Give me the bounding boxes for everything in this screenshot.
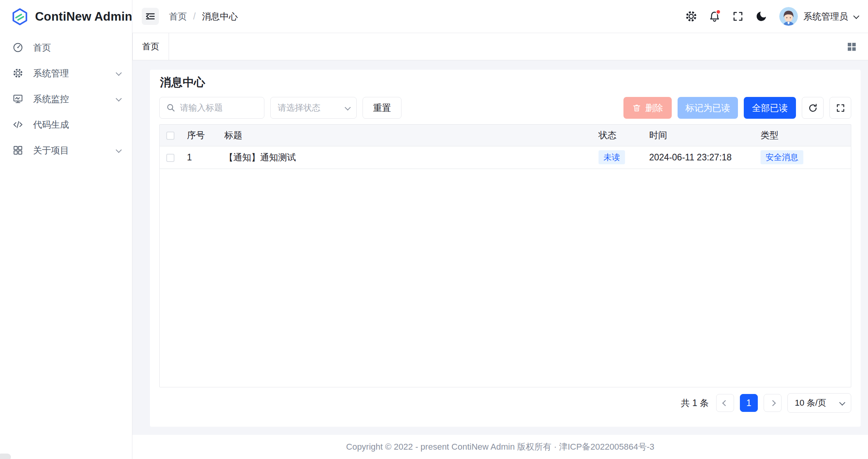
notifications-button[interactable]	[706, 8, 723, 25]
sidebar-collapse-button[interactable]	[142, 8, 159, 25]
page-size-value: 10 条/页	[795, 397, 826, 409]
select-all-checkbox[interactable]	[166, 132, 174, 140]
sidebar-item-system-management[interactable]: 系统管理	[0, 60, 132, 86]
search-icon	[166, 103, 176, 113]
gear-icon	[685, 10, 697, 23]
all-read-button[interactable]: 全部已读	[744, 97, 796, 119]
main-column: 首页 / 消息中心	[132, 0, 868, 459]
page-size-select[interactable]: 10 条/页	[787, 393, 851, 413]
copyright-text: Copyright © 2022 - present ContiNew Admi…	[346, 441, 654, 453]
menu-fold-icon	[144, 11, 156, 22]
cell-time: 2024-06-11 23:27:18	[644, 146, 756, 169]
tab-actions-button[interactable]	[844, 39, 859, 55]
delete-button-label: 删除	[645, 102, 663, 114]
sidebar-item-home[interactable]: 首页	[0, 35, 132, 60]
app-title: ContiNew Admin	[35, 10, 132, 24]
dashboard-icon	[12, 42, 23, 53]
content-area: 消息中心 请选择状态	[132, 60, 868, 435]
tab-label: 首页	[142, 41, 159, 53]
sidebar-item-label: 关于项目	[33, 144, 69, 157]
title-search-input[interactable]	[180, 103, 258, 113]
delete-button[interactable]: 删除	[623, 97, 672, 119]
breadcrumb: 首页 / 消息中心	[169, 11, 238, 23]
chevron-down-icon	[116, 70, 122, 76]
status-badge: 未读	[599, 150, 625, 164]
grid-icon	[12, 145, 23, 156]
column-header-type: 类型	[756, 125, 851, 146]
row-checkbox[interactable]	[166, 154, 174, 162]
settings-button[interactable]	[683, 8, 700, 25]
logo-icon	[11, 8, 29, 26]
pagination: 共 1 条 1 10 条/页	[159, 387, 851, 413]
theme-toggle-moon-icon[interactable]	[753, 8, 770, 25]
window-corner-artifact	[0, 454, 11, 459]
avatar	[779, 7, 798, 26]
breadcrumb-current: 消息中心	[202, 11, 238, 23]
footer: Copyright © 2022 - present ContiNew Admi…	[132, 435, 868, 459]
code-icon	[12, 119, 23, 130]
trash-icon	[632, 103, 641, 113]
grid-filled-icon	[847, 42, 857, 52]
sidebar-menu: 首页 系统管理	[0, 33, 132, 163]
title-search-field	[159, 97, 264, 119]
breadcrumb-home[interactable]: 首页	[169, 11, 187, 23]
sidebar-item-label: 代码生成	[33, 119, 69, 131]
chevron-down-icon	[839, 399, 845, 406]
table-row[interactable]: 1 【通知】通知测试 未读 2024-06-11 23:27:18 安全消息	[160, 146, 851, 169]
page-1-button[interactable]: 1	[740, 394, 758, 412]
sidebar-item-code-generation[interactable]: 代码生成	[0, 112, 132, 137]
logo[interactable]: ContiNew Admin	[0, 0, 132, 33]
sidebar-item-label: 首页	[33, 42, 51, 54]
monitor-icon	[12, 93, 23, 104]
fullscreen-icon	[732, 11, 744, 22]
username: 系统管理员	[803, 11, 848, 23]
chevron-right-icon	[769, 400, 776, 406]
pagination-total: 共 1 条	[681, 397, 709, 409]
cell-title: 【通知】通知测试	[220, 146, 594, 169]
reset-button[interactable]: 重置	[363, 97, 401, 119]
topbar-actions: 系统管理员	[683, 7, 858, 26]
column-header-time: 时间	[644, 125, 756, 146]
table-header-row: 序号 标题 状态 时间 类型	[160, 125, 851, 146]
fullscreen-button[interactable]	[729, 8, 747, 25]
tab-home[interactable]: 首页	[132, 33, 169, 60]
breadcrumb-separator: /	[193, 11, 195, 22]
cell-no: 1	[182, 146, 220, 169]
user-menu[interactable]: 系统管理员	[779, 7, 858, 26]
sidebar-item-label: 系统监控	[33, 93, 69, 105]
sidebar-item-label: 系统管理	[33, 67, 69, 79]
chevron-down-icon	[853, 13, 859, 19]
chevron-down-icon	[116, 95, 122, 102]
chevron-left-icon	[722, 400, 728, 406]
expand-icon	[836, 103, 845, 113]
status-select[interactable]: 请选择状态	[270, 97, 357, 119]
status-select-placeholder: 请选择状态	[278, 102, 320, 114]
refresh-button[interactable]	[802, 97, 824, 119]
topbar: 首页 / 消息中心	[132, 0, 868, 33]
mark-read-button[interactable]: 标记为已读	[678, 97, 738, 119]
toolbar: 请选择状态 重置 删除	[159, 97, 851, 119]
type-badge: 安全消息	[761, 150, 803, 164]
gear-icon	[12, 68, 23, 79]
sidebar-item-system-monitor[interactable]: 系统监控	[0, 86, 132, 112]
app-root: ContiNew Admin 首页	[0, 0, 868, 459]
chevron-down-icon	[345, 104, 351, 111]
page-title: 消息中心	[160, 74, 851, 90]
column-header-no: 序号	[182, 125, 220, 146]
prev-page-button[interactable]	[716, 394, 734, 412]
notification-dot	[716, 9, 721, 14]
sidebar: ContiNew Admin 首页	[0, 0, 132, 459]
column-header-status: 状态	[594, 125, 644, 146]
tabbar: 首页	[132, 33, 868, 60]
chevron-down-icon	[116, 147, 122, 153]
column-header-title: 标题	[220, 125, 594, 146]
refresh-icon	[808, 103, 818, 113]
message-table: 序号 标题 状态 时间 类型 1 【通知】通知测试	[159, 124, 851, 387]
table-fullscreen-button[interactable]	[829, 97, 851, 119]
message-center-card: 消息中心 请选择状态	[150, 70, 861, 427]
sidebar-item-about-project[interactable]: 关于项目	[0, 137, 132, 163]
next-page-button[interactable]	[764, 394, 782, 412]
